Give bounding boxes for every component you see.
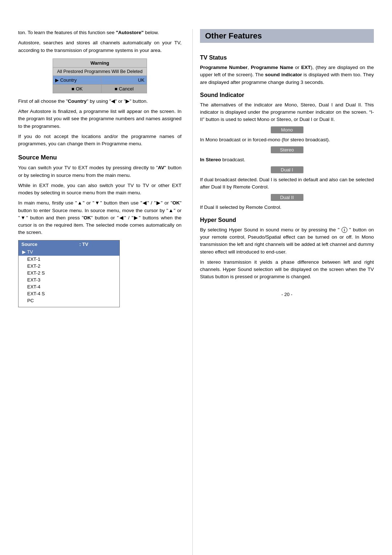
warning-title: Warning (53, 58, 147, 67)
dual1-desc: If dual broadcast detected. Dual I is se… (200, 176, 374, 191)
badge-dual1: Dual I (271, 166, 303, 173)
list-item: PC (19, 297, 120, 304)
badge-mono: Mono (271, 126, 303, 133)
source-header-value: : TV (77, 240, 120, 248)
source-table-spacer (19, 304, 120, 307)
source-menu-heading: Source Menu (18, 154, 181, 161)
sound-indicator-title: Sound Indicator (200, 92, 374, 98)
list-item: EXT-2 S (19, 270, 120, 276)
list-item: EXT-3 (19, 276, 120, 283)
warning-ok-btn[interactable]: ■OK (53, 84, 102, 93)
intro-paragraph-2: Autostore, searches and stores all chann… (18, 39, 181, 54)
first-para: First of all choose the "Country" by usi… (18, 98, 181, 105)
list-item: EXT-1 (19, 256, 120, 263)
warning-country-value: UK (101, 76, 147, 84)
list-item: EXT-4 (19, 283, 120, 290)
hyper-p2: In stereo transmission it yields a phase… (200, 259, 374, 281)
stereo-desc: In Stereo broadcast. (200, 156, 374, 163)
mono-desc: In Mono broadcast or in forced-mono (for… (200, 136, 374, 143)
warning-table: Warning All Prestored Programmes Will Be… (53, 58, 147, 93)
source-tv-selected: ▶ TV (19, 248, 120, 256)
if-para: If you do not accept the locations and/o… (18, 133, 181, 148)
source-p1: You can switch your TV to EXT modes by p… (18, 164, 181, 179)
tv-status-paragraph: Programme Number, Programme Name or EXT)… (200, 64, 374, 86)
after-para: After Autostore is finalized, a programm… (18, 108, 181, 130)
list-item: EXT-2 (19, 263, 120, 270)
warning-arrow: ▶ Country (53, 76, 102, 84)
hyper-sound-title: Hyper Sound (200, 217, 374, 223)
page-title: Other Features (200, 29, 374, 43)
tv-status-title: TV Status (200, 54, 374, 61)
source-table: Source : TV ▶ TV EXT-1 EXT-2 EXT-2 S (18, 240, 120, 307)
source-p3: In main menu, firstly use "▲" or "▼" but… (18, 199, 181, 236)
badge-stereo: Stereo (271, 146, 303, 153)
intro-paragraph-1: ton. To learn the features of this funct… (18, 29, 181, 36)
badge-dual2: Dual II (271, 194, 303, 201)
list-item: EXT-4 S (19, 290, 120, 297)
warning-cancel-btn[interactable]: ■Cancel (101, 84, 147, 93)
hyper-p1: By selecting Hyper Sound in sound menu o… (200, 226, 374, 256)
source-header-label: Source (19, 240, 77, 248)
autostore-bold: "Autostore" (116, 30, 144, 35)
right-column: Other Features TV Status Programme Numbe… (192, 29, 374, 555)
page-number: - 20 - (200, 292, 374, 297)
source-p2: While in EXT mode, you can also switch y… (18, 182, 181, 197)
sound-indicator-paragraph: The alternatives of the indicator are Mo… (200, 101, 374, 123)
left-column: ton. To learn the features of this funct… (18, 29, 192, 555)
hyper-icon: i (342, 227, 347, 233)
dual2-desc: If Dual II selected by Remote Control. (200, 204, 374, 211)
warning-subtitle: All Prestored Programmes Will Be Deleted (53, 67, 147, 76)
